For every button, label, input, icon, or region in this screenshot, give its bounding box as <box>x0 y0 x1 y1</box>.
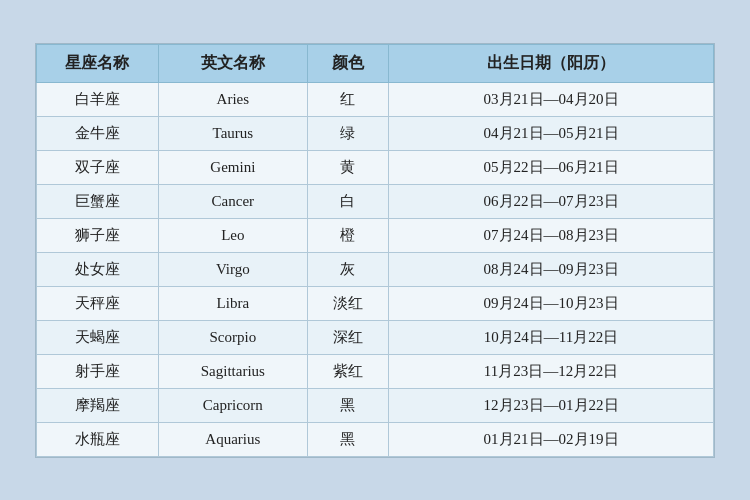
cell-date: 12月23日—01月22日 <box>389 388 714 422</box>
header-chinese: 星座名称 <box>37 44 159 82</box>
cell-date: 09月24日—10月23日 <box>389 286 714 320</box>
cell-date: 08月24日—09月23日 <box>389 252 714 286</box>
cell-color: 灰 <box>307 252 388 286</box>
cell-color: 橙 <box>307 218 388 252</box>
cell-color: 深红 <box>307 320 388 354</box>
cell-chinese: 金牛座 <box>37 116 159 150</box>
cell-english: Scorpio <box>158 320 307 354</box>
table-header-row: 星座名称 英文名称 颜色 出生日期（阳历） <box>37 44 714 82</box>
cell-date: 07月24日—08月23日 <box>389 218 714 252</box>
cell-chinese: 白羊座 <box>37 82 159 116</box>
zodiac-table-container: 星座名称 英文名称 颜色 出生日期（阳历） 白羊座Aries红03月21日—04… <box>35 43 715 458</box>
cell-color: 紫红 <box>307 354 388 388</box>
cell-english: Leo <box>158 218 307 252</box>
cell-color: 黄 <box>307 150 388 184</box>
cell-chinese: 狮子座 <box>37 218 159 252</box>
cell-date: 06月22日—07月23日 <box>389 184 714 218</box>
table-row: 双子座Gemini黄05月22日—06月21日 <box>37 150 714 184</box>
cell-chinese: 天蝎座 <box>37 320 159 354</box>
cell-chinese: 天秤座 <box>37 286 159 320</box>
table-row: 射手座Sagittarius紫红11月23日—12月22日 <box>37 354 714 388</box>
header-english: 英文名称 <box>158 44 307 82</box>
table-row: 水瓶座Aquarius黑01月21日—02月19日 <box>37 422 714 456</box>
cell-english: Virgo <box>158 252 307 286</box>
cell-color: 白 <box>307 184 388 218</box>
table-row: 天秤座Libra淡红09月24日—10月23日 <box>37 286 714 320</box>
table-row: 摩羯座Capricorn黑12月23日—01月22日 <box>37 388 714 422</box>
cell-chinese: 摩羯座 <box>37 388 159 422</box>
cell-date: 03月21日—04月20日 <box>389 82 714 116</box>
table-row: 天蝎座Scorpio深红10月24日—11月22日 <box>37 320 714 354</box>
table-row: 狮子座Leo橙07月24日—08月23日 <box>37 218 714 252</box>
cell-english: Aries <box>158 82 307 116</box>
cell-color: 绿 <box>307 116 388 150</box>
cell-chinese: 双子座 <box>37 150 159 184</box>
table-body: 白羊座Aries红03月21日—04月20日金牛座Taurus绿04月21日—0… <box>37 82 714 456</box>
table-row: 巨蟹座Cancer白06月22日—07月23日 <box>37 184 714 218</box>
cell-chinese: 巨蟹座 <box>37 184 159 218</box>
cell-date: 10月24日—11月22日 <box>389 320 714 354</box>
cell-english: Sagittarius <box>158 354 307 388</box>
cell-english: Taurus <box>158 116 307 150</box>
cell-date: 01月21日—02月19日 <box>389 422 714 456</box>
cell-english: Aquarius <box>158 422 307 456</box>
cell-date: 11月23日—12月22日 <box>389 354 714 388</box>
cell-english: Libra <box>158 286 307 320</box>
zodiac-table: 星座名称 英文名称 颜色 出生日期（阳历） 白羊座Aries红03月21日—04… <box>36 44 714 457</box>
cell-english: Capricorn <box>158 388 307 422</box>
cell-chinese: 水瓶座 <box>37 422 159 456</box>
table-row: 白羊座Aries红03月21日—04月20日 <box>37 82 714 116</box>
cell-english: Gemini <box>158 150 307 184</box>
cell-color: 黑 <box>307 388 388 422</box>
header-color: 颜色 <box>307 44 388 82</box>
header-date: 出生日期（阳历） <box>389 44 714 82</box>
cell-chinese: 处女座 <box>37 252 159 286</box>
cell-date: 04月21日—05月21日 <box>389 116 714 150</box>
table-row: 处女座Virgo灰08月24日—09月23日 <box>37 252 714 286</box>
cell-color: 红 <box>307 82 388 116</box>
cell-color: 淡红 <box>307 286 388 320</box>
cell-date: 05月22日—06月21日 <box>389 150 714 184</box>
table-row: 金牛座Taurus绿04月21日—05月21日 <box>37 116 714 150</box>
cell-color: 黑 <box>307 422 388 456</box>
cell-chinese: 射手座 <box>37 354 159 388</box>
cell-english: Cancer <box>158 184 307 218</box>
